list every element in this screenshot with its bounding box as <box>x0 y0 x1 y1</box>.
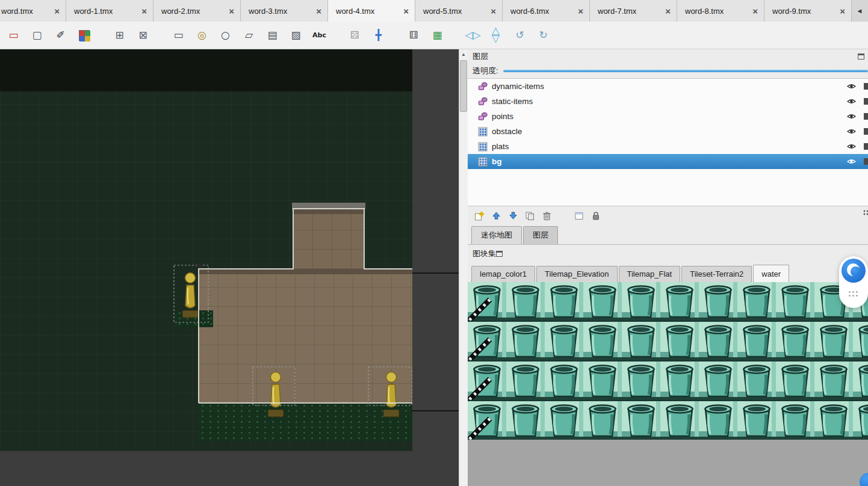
water-tile[interactable] <box>506 322 545 360</box>
map-canvas[interactable] <box>0 49 459 486</box>
eraser-tool[interactable]: ✐ <box>52 26 69 44</box>
water-tile[interactable] <box>583 361 622 400</box>
water-tile[interactable] <box>776 361 814 400</box>
document-tab[interactable]: word-5.tmx× <box>415 0 503 22</box>
water-tile[interactable] <box>468 361 506 400</box>
recorder-icon[interactable] <box>842 259 866 283</box>
layer-row[interactable]: plats <box>468 139 868 154</box>
tileset-tab[interactable]: lemap_color1 <box>471 266 535 282</box>
document-tab[interactable]: word-2.tmx× <box>153 0 241 22</box>
water-tile[interactable] <box>814 361 853 400</box>
document-tab[interactable]: word-1.tmx× <box>66 0 153 22</box>
water-tile[interactable] <box>853 401 868 440</box>
panel-menu-icon[interactable] <box>863 209 868 220</box>
opacity-slider[interactable] <box>503 67 868 75</box>
floating-recorder-widget[interactable] <box>839 256 868 308</box>
layer-row[interactable]: points <box>468 109 868 124</box>
layer-row[interactable]: static-items <box>468 94 868 109</box>
insert-point-tool[interactable]: ◎ <box>193 26 211 44</box>
water-tile[interactable] <box>853 322 868 360</box>
visibility-eye-icon[interactable] <box>844 143 858 150</box>
visibility-eye-icon[interactable] <box>844 158 858 165</box>
document-tab[interactable]: word-4.tmx× <box>328 0 415 22</box>
tab-close-button[interactable]: × <box>489 7 497 16</box>
water-tile[interactable] <box>660 361 699 400</box>
document-tab[interactable]: word-9.tmx× <box>764 0 852 22</box>
capture-select-tool[interactable]: ⊠ <box>134 26 152 44</box>
layer-row[interactable]: obstacle <box>468 124 868 139</box>
tileset-tab[interactable]: Tilemap_Flat <box>619 266 681 282</box>
document-tab[interactable]: word-7.tmx× <box>590 0 677 22</box>
tab-close-button[interactable]: × <box>751 7 759 16</box>
insert-ellipse-tool[interactable]: ○ <box>217 26 234 44</box>
float-panel-icon[interactable] <box>496 251 503 257</box>
water-tile[interactable] <box>814 401 853 440</box>
insert-rectangle-tool[interactable]: ▭ <box>170 26 187 44</box>
tab-close-button[interactable]: × <box>577 7 584 16</box>
layer-row[interactable]: bg <box>468 154 868 169</box>
float-panel-icon[interactable] <box>858 54 864 60</box>
water-tile[interactable] <box>776 401 814 440</box>
lock-column-stub[interactable] <box>864 113 868 120</box>
raise-layer-button[interactable] <box>488 209 504 223</box>
canvas-vertical-scrollbar[interactable]: ▲ <box>459 49 468 486</box>
water-tile[interactable] <box>699 282 737 321</box>
duplicate-layer-button[interactable] <box>522 209 538 223</box>
water-tile[interactable] <box>506 401 545 440</box>
water-tile[interactable] <box>583 401 622 440</box>
tileset-tab[interactable]: Tilemap_Elevation <box>536 266 617 282</box>
water-tile[interactable] <box>622 322 660 360</box>
water-tile[interactable] <box>737 282 776 321</box>
drag-dots-icon[interactable] <box>849 291 851 293</box>
water-tile[interactable] <box>699 361 737 400</box>
water-tile[interactable] <box>660 322 699 360</box>
rotate-left-tool[interactable]: ↺ <box>511 26 529 44</box>
water-tile[interactable] <box>545 282 583 321</box>
tab-close-button[interactable]: × <box>402 7 410 16</box>
dock-tab[interactable]: 迷你地图 <box>471 226 522 244</box>
water-tile[interactable] <box>660 282 699 321</box>
water-tile[interactable] <box>622 361 660 400</box>
insert-text-tool[interactable]: Abc <box>311 26 328 44</box>
water-tile[interactable] <box>583 282 622 321</box>
tab-close-button[interactable]: × <box>839 7 846 16</box>
visibility-eye-icon[interactable] <box>844 128 858 135</box>
dock-tab[interactable]: 图层 <box>523 226 558 244</box>
remove-layer-button[interactable] <box>539 209 554 223</box>
lock-column-stub[interactable] <box>864 128 868 135</box>
rect-select-tool[interactable]: ▢ <box>28 26 46 44</box>
lock-column-stub[interactable] <box>864 143 868 150</box>
visibility-eye-icon[interactable] <box>844 98 858 105</box>
water-tile[interactable] <box>660 401 699 440</box>
highlight-layer-button[interactable] <box>571 209 587 223</box>
lock-column-stub[interactable] <box>864 98 868 105</box>
insert-image-tool[interactable]: ▨ <box>287 26 305 44</box>
lock-column-stub[interactable] <box>864 158 868 165</box>
scrollbar-thumb[interactable] <box>460 60 467 112</box>
water-tile[interactable] <box>737 322 776 360</box>
document-tab[interactable]: word-3.tmx× <box>241 0 328 22</box>
tileset-tab[interactable]: Tileset-Terrain2 <box>681 266 752 282</box>
tileset-view[interactable] <box>468 282 868 486</box>
lower-layer-button[interactable] <box>505 209 521 223</box>
document-tab[interactable]: word-6.tmx× <box>503 0 590 22</box>
document-tab[interactable]: word-8.tmx× <box>677 0 764 22</box>
flip-horizontal-tool[interactable]: ◁▷ <box>464 26 482 44</box>
random-mode-tool[interactable]: ⚄ <box>346 26 364 44</box>
water-tile[interactable] <box>776 322 814 360</box>
water-tile[interactable] <box>853 361 868 400</box>
tab-close-button[interactable]: × <box>140 7 148 16</box>
tab-scroll-left-button[interactable]: ◄ <box>852 0 867 22</box>
terrain-fill-tool[interactable]: ▦ <box>429 26 446 44</box>
flip-vertical-tool[interactable]: ◁▷ <box>488 26 505 44</box>
document-tab[interactable]: word.tmx× <box>0 0 66 22</box>
water-tile[interactable] <box>699 401 737 440</box>
dice-tool[interactable]: ⚅ <box>405 26 423 44</box>
new-layer-button[interactable] <box>471 209 487 223</box>
water-tile[interactable] <box>776 282 814 321</box>
water-tile[interactable] <box>583 322 622 360</box>
visibility-eye-icon[interactable] <box>844 113 858 120</box>
water-tile[interactable] <box>737 361 776 400</box>
water-tile[interactable] <box>468 322 506 360</box>
water-tile[interactable] <box>545 361 583 400</box>
